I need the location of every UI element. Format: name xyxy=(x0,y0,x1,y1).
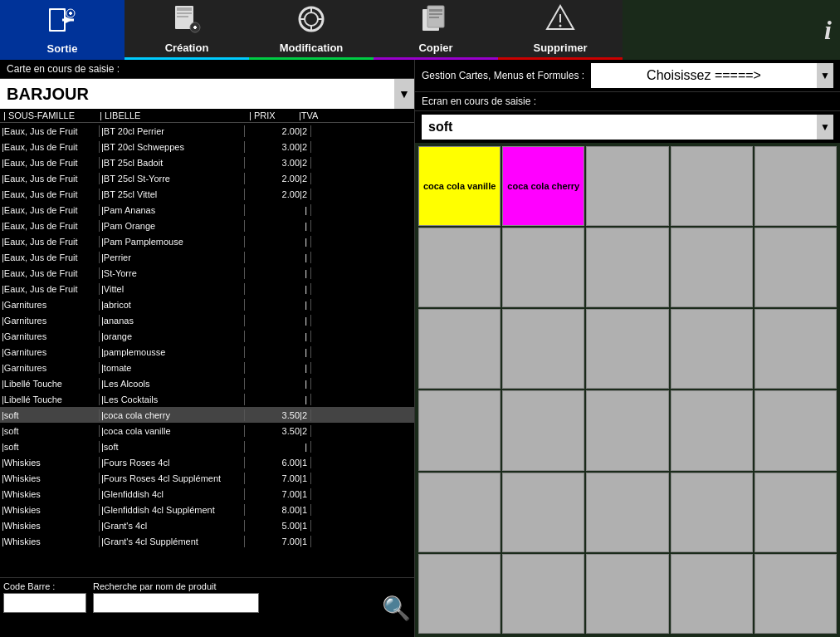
grid-cell[interactable] xyxy=(418,228,501,307)
creation-button[interactable]: Création xyxy=(125,0,249,60)
sortie-button[interactable]: Sortie xyxy=(0,0,125,60)
table-row[interactable]: |Garnitures |orange | xyxy=(0,328,414,344)
table-row[interactable]: |Eaux, Jus de Fruit |Vittel | xyxy=(0,281,414,296)
grid-cell[interactable] xyxy=(586,309,668,389)
svg-rect-8 xyxy=(177,7,192,11)
recherche-input[interactable] xyxy=(93,593,259,613)
cell-libelle: |Les Alcools xyxy=(100,378,245,390)
grid-cell[interactable]: coca cola cherry xyxy=(502,146,584,226)
table-row[interactable]: |Whiskies |Fours Roses 4cl Supplément 7.… xyxy=(0,470,414,486)
grid-cell[interactable] xyxy=(586,554,668,634)
table-row[interactable]: |Eaux, Jus de Fruit |BT 20cl Schweppes 3… xyxy=(0,139,414,154)
grid-cell[interactable] xyxy=(671,309,753,389)
carte-value[interactable]: BARJOUR xyxy=(0,79,394,109)
grid-cell[interactable] xyxy=(418,309,501,389)
table-row[interactable]: |Whiskies |Fours Roses 4cl 6.00|1 xyxy=(0,454,414,470)
grid-cell[interactable] xyxy=(502,390,584,470)
table-row[interactable]: |Eaux, Jus de Fruit |Perrier | xyxy=(0,249,414,265)
grid-cell[interactable] xyxy=(755,309,837,389)
table-row[interactable]: |Eaux, Jus de Fruit |Pam Pamplemouse | xyxy=(0,233,414,249)
cell-libelle: |soft xyxy=(100,441,245,453)
carte-dropdown-arrow[interactable]: ▼ xyxy=(394,79,414,109)
table-row[interactable]: |Garnitures |ananas | xyxy=(0,312,414,328)
copy-icon xyxy=(421,4,451,38)
table-row[interactable]: |Whiskies |Glenfiddish 4cl Supplément 8.… xyxy=(0,502,414,517)
grid-cell[interactable] xyxy=(671,146,753,226)
info-button[interactable]: i xyxy=(623,0,840,60)
grid-cell[interactable] xyxy=(671,473,753,552)
ecran-dropdown-arrow[interactable]: ▼ xyxy=(817,115,833,140)
cell-prix: | xyxy=(245,267,311,279)
table-row[interactable]: |Garnitures |pamplemousse | xyxy=(0,344,414,360)
table-row[interactable]: |Eaux, Jus de Fruit |BT 20cl Perrier 2.0… xyxy=(0,123,414,139)
cell-famille: |Whiskies xyxy=(0,504,100,516)
grid-cell[interactable] xyxy=(418,473,501,552)
table-row[interactable]: |Eaux, Jus de Fruit |Pam Orange | xyxy=(0,218,414,233)
cell-prix: | xyxy=(245,204,311,216)
grid-cell[interactable] xyxy=(755,390,837,470)
table-row[interactable]: |Whiskies |Grant's 4cl 5.00|1 xyxy=(0,517,414,533)
grid-cell[interactable] xyxy=(586,228,668,307)
cell-libelle: |Glenfiddish 4cl Supplément xyxy=(100,504,245,516)
grid-cell[interactable] xyxy=(755,554,837,634)
search-icon: 🔍 xyxy=(382,595,411,621)
table-row[interactable]: |Eaux, Jus de Fruit |BT 25cl St-Yorre 2.… xyxy=(0,170,414,186)
svg-rect-1 xyxy=(51,10,64,30)
grid-cell[interactable] xyxy=(755,473,837,552)
table-row[interactable]: |Eaux, Jus de Fruit |BT 25cl Vittel 2.00… xyxy=(0,186,414,202)
cell-famille: |Eaux, Jus de Fruit xyxy=(0,173,100,184)
bottom-bar: Code Barre : Recherche par nom de produi… xyxy=(0,577,414,637)
gestion-dropdown-arrow[interactable]: ▼ xyxy=(817,63,833,88)
ecran-input[interactable] xyxy=(422,115,817,140)
supprimer-button[interactable]: Supprimer xyxy=(498,0,623,60)
toolbar: Sortie Création xyxy=(0,0,840,60)
table-row[interactable]: |Whiskies |Glenfiddish 4cl 7.00|1 xyxy=(0,486,414,502)
table-row[interactable]: |soft |soft | xyxy=(0,439,414,454)
modification-button[interactable]: Modification xyxy=(249,0,374,60)
table-row[interactable]: |Eaux, Jus de Fruit |St-Yorre | xyxy=(0,265,414,281)
grid-cell[interactable]: coca cola vanille xyxy=(418,146,501,226)
cell-libelle: |BT 20cl Perrier xyxy=(100,125,245,137)
table-row[interactable]: |Garnitures |abricot | xyxy=(0,296,414,312)
cell-libelle: |abricot xyxy=(100,299,245,311)
grid-cell[interactable] xyxy=(502,554,584,634)
copier-label: Copier xyxy=(418,42,452,54)
grid-cell[interactable] xyxy=(502,473,584,552)
table-row[interactable]: |Whiskies |Grant's 4cl Supplément 7.00|1 xyxy=(0,533,414,549)
search-button[interactable]: 🔍 xyxy=(382,595,411,622)
table-row[interactable]: |soft |coca cola cherry 3.50|2 xyxy=(0,407,414,423)
table-row[interactable]: |Eaux, Jus de Fruit |BT 25cl Badoit 3.00… xyxy=(0,154,414,170)
code-barre-input[interactable] xyxy=(3,593,86,613)
grid-cell[interactable] xyxy=(755,228,837,307)
grid-cell[interactable] xyxy=(586,390,668,470)
grid-cell[interactable] xyxy=(502,228,584,307)
grid-cell[interactable] xyxy=(418,390,501,470)
cell-famille: |Eaux, Jus de Fruit xyxy=(0,267,100,279)
cell-libelle: |St-Yorre xyxy=(100,267,245,279)
table-row[interactable]: |Libellé Touche |Les Cocktails | xyxy=(0,391,414,407)
grid-cell[interactable] xyxy=(418,554,501,634)
table-row[interactable]: |soft |coca cola vanille 3.50|2 xyxy=(0,423,414,439)
svg-rect-24 xyxy=(429,17,439,18)
cell-prix: | xyxy=(245,252,311,263)
copier-button[interactable]: Copier xyxy=(374,0,498,60)
grid-cell[interactable] xyxy=(586,146,668,226)
grid-cell[interactable] xyxy=(671,554,753,634)
gestion-select[interactable]: Choisissez =====> xyxy=(591,63,817,88)
table-row[interactable]: |Garnitures |tomate | xyxy=(0,360,414,375)
grid-cell[interactable] xyxy=(671,228,753,307)
gestion-label: Gestion Cartes, Menus et Formules : xyxy=(422,70,584,81)
cell-famille: |Eaux, Jus de Fruit xyxy=(0,283,100,295)
cell-prix: | xyxy=(245,299,311,311)
cell-prix: | xyxy=(245,346,311,358)
cell-famille: |Libellé Touche xyxy=(0,378,100,390)
grid-cell[interactable] xyxy=(671,390,753,470)
grid-cell[interactable] xyxy=(502,309,584,389)
cell-famille: |Whiskies xyxy=(0,536,100,547)
cell-famille: |Libellé Touche xyxy=(0,394,100,405)
grid-cell[interactable] xyxy=(755,146,837,226)
ecran-label: Ecran en cours de saisie : xyxy=(415,92,840,111)
grid-cell[interactable] xyxy=(586,473,668,552)
table-row[interactable]: |Eaux, Jus de Fruit |Pam Ananas | xyxy=(0,202,414,218)
table-row[interactable]: |Libellé Touche |Les Alcools | xyxy=(0,375,414,391)
